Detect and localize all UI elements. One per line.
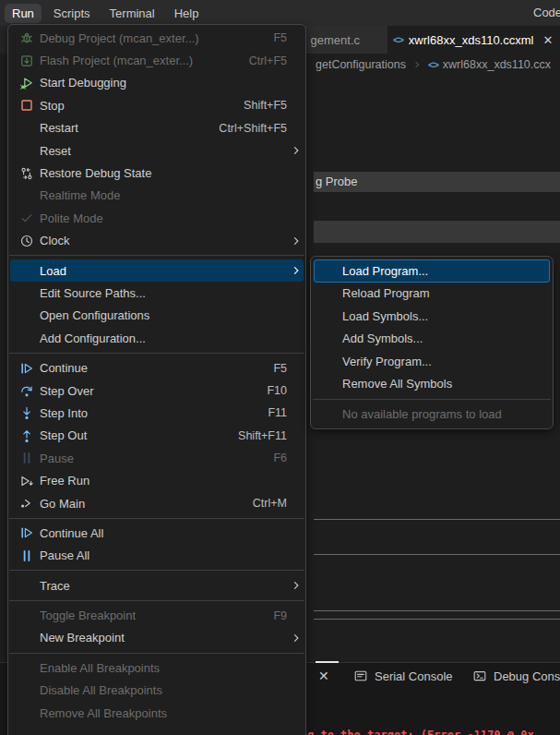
form-divider — [314, 619, 560, 620]
tab-label: gement.c — [311, 33, 360, 47]
console-error-output: g to the target: (Error -1170 @ 0x try m… — [307, 696, 560, 735]
form-divider — [314, 519, 560, 520]
go-main-icon — [14, 496, 40, 511]
menu-item-load[interactable]: Load — [10, 259, 304, 282]
breadcrumb-item-file[interactable]: xwrl68xx_xds110.ccx — [443, 58, 551, 71]
active-panel-tab-underline — [316, 661, 339, 663]
submenu-item-verify-program[interactable]: Verify Program... — [314, 350, 550, 373]
menu-item-label: Edit Source Paths... — [40, 286, 291, 300]
menu-separator — [9, 600, 304, 601]
menubar-item-run[interactable]: Run — [5, 4, 42, 23]
menu-item-step-into[interactable]: Step IntoF11 — [10, 402, 304, 424]
menu-item-label: Open Configurations — [40, 308, 291, 322]
menu-item-reset[interactable]: Reset — [10, 139, 304, 162]
menu-item-label: Toggle Breakpoint — [40, 608, 273, 622]
menu-item-label: Realtime Mode — [40, 188, 291, 202]
menu-item-shortcut: F10 — [267, 384, 287, 397]
clock-icon — [14, 234, 40, 248]
chevron-right-icon — [412, 60, 422, 69]
menu-separator — [9, 255, 304, 256]
menu-item-add-configuration[interactable]: Add Configuration... — [10, 327, 304, 349]
menu-item-clock[interactable]: Clock — [10, 230, 304, 252]
menu-separator — [9, 653, 304, 654]
breadcrumb-item-configurations[interactable]: getConfigurations — [316, 58, 406, 71]
menu-item-step-out[interactable]: Step OutShift+F11 — [10, 425, 304, 447]
menu-item-shortcut: F5 — [273, 362, 287, 375]
submenu-item-label: Verify Program... — [342, 355, 432, 368]
error-line: g to the target: (Error -1170 @ 0x — [307, 728, 560, 735]
submenu-item-label: Load Symbols... — [342, 309, 428, 323]
menu-item-continue[interactable]: ContinueF5 — [10, 356, 304, 379]
chevron-right-icon — [291, 580, 302, 591]
menu-item-trace[interactable]: Trace — [10, 574, 304, 596]
panel-tab-debug-console[interactable]: Debug Cons — [472, 669, 560, 683]
menu-item-label: Trace — [40, 579, 291, 593]
menu-item-shortcut: Ctrl+F5 — [249, 54, 287, 67]
submenu-item-no-available-programs-to-load: No available programs to load — [314, 403, 550, 426]
menu-item-label: Step Out — [40, 428, 238, 442]
form-divider — [314, 610, 560, 611]
menu-item-label: Step Into — [40, 406, 268, 420]
code-icon: <> — [393, 34, 403, 45]
continue-icon — [14, 361, 40, 376]
editor-form-band — [314, 221, 560, 243]
panel-tab-close-icon[interactable]: ✕ — [318, 669, 329, 683]
step-over-icon — [14, 383, 40, 398]
menu-item-label: Polite Mode — [40, 211, 291, 225]
menu-item-open-configurations[interactable]: Open Configurations — [10, 305, 304, 327]
submenu-item-load-program[interactable]: Load Program... — [314, 259, 550, 283]
chevron-right-icon — [291, 145, 302, 156]
menu-item-label: New Breakpoint — [40, 631, 291, 645]
submenu-item-reload-program[interactable]: Reload Program — [314, 283, 550, 306]
menubar-item-terminal[interactable]: Terminal — [102, 4, 162, 23]
debug-probe-section-row[interactable]: g Probe — [314, 172, 560, 192]
menu-item-label: Free Run — [40, 474, 291, 488]
menu-item-label: Load — [40, 264, 291, 278]
run-menu-dropdown: Debug Project (mcan_exter...)F5Flash Pro… — [7, 24, 306, 735]
menubar-item-help[interactable]: Help — [167, 4, 207, 23]
menu-item-label: Restore Debug State — [40, 166, 291, 180]
flash-project-icon — [14, 54, 40, 68]
chevron-right-icon — [291, 265, 302, 276]
tab-xwrl68xx-xds110-ccxml[interactable]: <> xwrl68xx_xds110.ccxml ✕ — [387, 26, 560, 54]
menu-item-disable-all-breakpoints: Disable All Breakpoints — [10, 680, 304, 702]
tab-close-icon[interactable]: ✕ — [542, 33, 553, 47]
menu-item-restore-debug-state[interactable]: Restore Debug State — [10, 162, 304, 184]
menu-item-step-over[interactable]: Step OverF10 — [10, 380, 304, 402]
menu-item-label: Enable All Breakpoints — [40, 661, 291, 675]
panel-tab-serial-console[interactable]: Serial Console — [353, 669, 453, 683]
menu-item-label: Disable All Breakpoints — [40, 683, 291, 697]
start-debugging-icon — [14, 76, 40, 90]
menu-item-stop[interactable]: StopShift+F5 — [10, 94, 304, 116]
panel-tab-label: Serial Console — [375, 669, 453, 683]
menu-item-label: Remove All Breakpoints — [40, 706, 291, 720]
menu-item-pause-all[interactable]: Pause All — [10, 545, 304, 567]
menu-item-start-debugging[interactable]: Start Debugging — [10, 72, 304, 94]
submenu-item-add-symbols[interactable]: Add Symbols... — [314, 328, 550, 351]
menu-item-go-main[interactable]: Go MainCtrl+M — [10, 492, 304, 514]
menu-separator — [9, 518, 304, 519]
menu-item-shortcut: Shift+F5 — [244, 99, 287, 112]
menu-separator — [9, 570, 304, 571]
menu-item-label: Clock — [40, 234, 291, 247]
menu-item-continue-all[interactable]: Continue All — [10, 522, 304, 544]
submenu-item-label: Add Symbols... — [342, 331, 423, 345]
menu-item-edit-source-paths[interactable]: Edit Source Paths... — [10, 282, 304, 304]
menu-item-label: Start Debugging — [40, 76, 291, 90]
chevron-right-icon — [291, 235, 302, 247]
menu-item-label: Reset — [40, 144, 291, 158]
menu-item-toggle-breakpoint: Toggle BreakpointF9 — [10, 604, 304, 626]
submenu-item-remove-all-symbols[interactable]: Remove All Symbols — [314, 373, 550, 396]
pause-all-icon — [14, 548, 40, 563]
menu-item-shortcut: Ctrl+M — [253, 497, 287, 510]
menu-item-shortcut: F5 — [273, 31, 287, 44]
menu-item-restart[interactable]: RestartCtrl+Shift+F5 — [10, 117, 304, 139]
check-icon — [14, 211, 40, 225]
menu-item-new-breakpoint[interactable]: New Breakpoint — [10, 627, 304, 649]
menu-item-shortcut: Shift+F11 — [238, 429, 287, 442]
submenu-item-load-symbols[interactable]: Load Symbols... — [314, 305, 550, 328]
serial-console-icon — [353, 669, 368, 683]
menubar-item-scripts[interactable]: Scripts — [46, 4, 98, 23]
menu-item-flash-project-mcan-exter: Flash Project (mcan_exter...)Ctrl+F5 — [10, 49, 304, 71]
menu-item-free-run[interactable]: Free Run — [10, 469, 304, 491]
